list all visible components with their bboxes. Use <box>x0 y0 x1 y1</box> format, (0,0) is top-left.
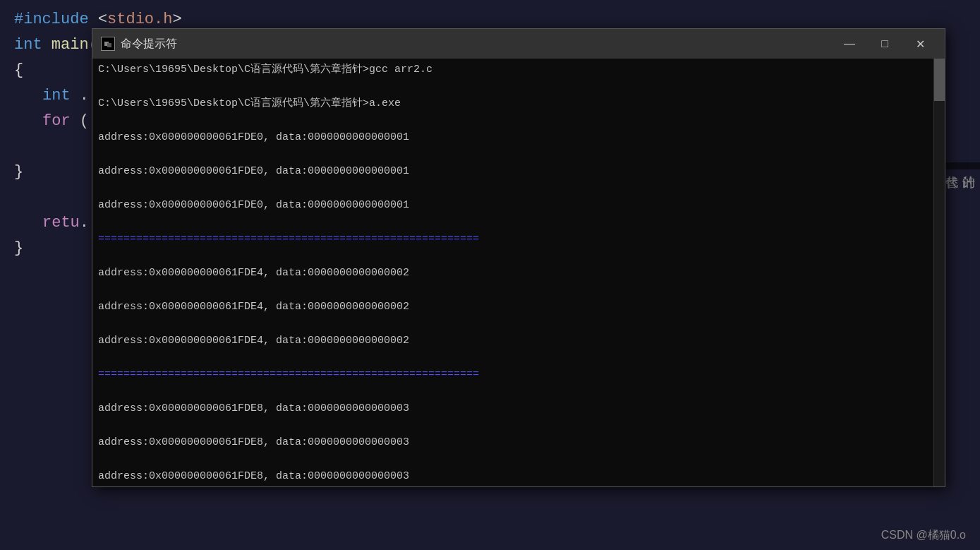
cmd-title-left: 命令提示符 <box>101 37 177 52</box>
line-g3-1: address:0x000000000061FDE8, data:0000000… <box>98 400 939 417</box>
empty2 <box>14 185 23 210</box>
cmd-titlebar: 命令提示符 — □ ✕ <box>92 29 945 59</box>
empty1 <box>14 134 23 160</box>
close-button[interactable]: ✕ <box>904 33 936 54</box>
cmd-window: 命令提示符 — □ ✕ C:\Users\19695\Desktop\C语言源代… <box>92 28 945 487</box>
return-keyword: retu <box>42 210 80 236</box>
sep-2: ========================================… <box>98 366 939 383</box>
watermark: CSDN @橘猫0.o <box>881 528 966 543</box>
space1 <box>42 32 52 58</box>
include-keyword: #include <box>14 7 89 32</box>
minimize-button[interactable]: — <box>833 33 866 54</box>
line-g3-3: address:0x000000000061FDE8, data:0000000… <box>98 468 939 485</box>
svg-rect-2 <box>107 43 111 47</box>
cmd-scrollbar[interactable] <box>933 59 945 486</box>
line-g2-1: address:0x000000000061FDE4, data:0000000… <box>98 265 939 282</box>
int-keyword2: int <box>42 83 71 109</box>
line-g3-2: address:0x000000000061FDE8, data:0000000… <box>98 434 939 451</box>
open-brace: { <box>14 58 23 83</box>
line-g2-3: address:0x000000000061FDE4, data:0000000… <box>98 333 939 349</box>
maximize-button[interactable]: □ <box>869 33 901 54</box>
close-brace-outer: } <box>14 236 23 261</box>
line-g1-2: address:0x000000000061FDE0, data:0000000… <box>98 163 939 180</box>
cmd-controls: — □ ✕ <box>833 33 936 54</box>
main-func: main <box>52 32 89 58</box>
for-paren: ( <box>71 109 89 134</box>
cmd-title-text: 命令提示符 <box>121 37 177 52</box>
cmd-icon <box>101 37 115 51</box>
prompt-2: C:\Users\19695\Desktop\C语言源代码\第六章指针>a.ex… <box>98 95 939 112</box>
line-g2-2: address:0x000000000061FDE4, data:0000000… <box>98 299 939 316</box>
cmd-scrollbar-thumb[interactable] <box>934 59 945 101</box>
int-keyword: int <box>14 32 42 58</box>
cmd-content: C:\Users\19695\Desktop\C语言源代码\第六章指针>gcc … <box>92 59 945 486</box>
cmd-output: C:\Users\19695\Desktop\C语言源代码\第六章指针>gcc … <box>98 61 939 486</box>
sep-1: ========================================… <box>98 231 939 248</box>
for-keyword: for <box>42 109 71 134</box>
close-brace-inner: } <box>14 160 23 185</box>
line-g1-1: address:0x000000000061FDE0, data:0000000… <box>98 129 939 146</box>
line-g1-3: address:0x000000000061FDE0, data:0000000… <box>98 197 939 214</box>
prompt-1: C:\Users\19695\Desktop\C语言源代码\第六章指针>gcc … <box>98 61 939 78</box>
